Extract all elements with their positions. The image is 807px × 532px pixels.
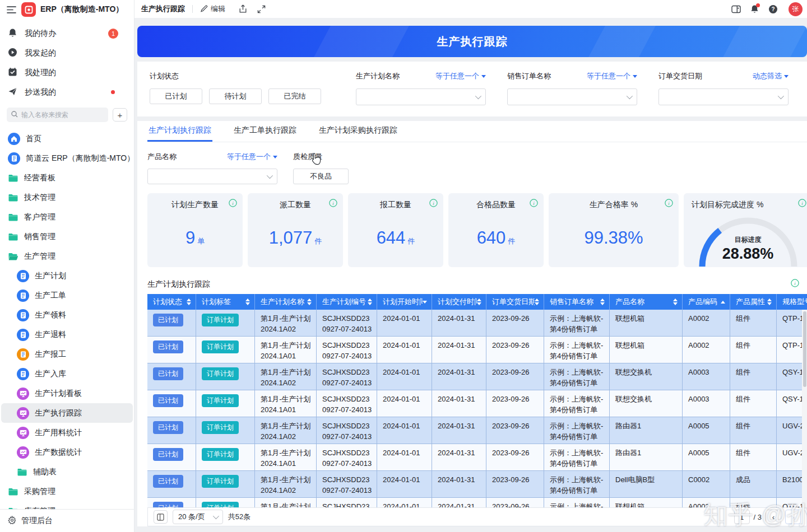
fullscreen-button[interactable]: [255, 3, 267, 15]
sidebar-item-12[interactable]: 生产入库: [1, 364, 133, 384]
column-header-10[interactable]: 产品属性: [730, 294, 777, 310]
sidebar-item-2[interactable]: 经营看板: [1, 168, 133, 188]
panel-toggle-button[interactable]: [730, 3, 742, 15]
sidebar-item-10[interactable]: 生产退料: [1, 325, 133, 344]
column-settings-button[interactable]: [154, 510, 168, 524]
status-filter-button-1[interactable]: 待计划: [209, 88, 262, 104]
column-header-4[interactable]: 计划开始时间: [377, 294, 432, 310]
filter-operator-dropdown[interactable]: 动态筛选: [753, 71, 789, 81]
sidebar-item-19[interactable]: 库存管理: [1, 501, 133, 509]
tab-0[interactable]: 生产计划执行跟踪: [147, 121, 212, 142]
search-input[interactable]: [21, 111, 83, 119]
next-page-button[interactable]: ›: [785, 510, 801, 524]
column-header-6[interactable]: 订单交货日期: [486, 294, 544, 310]
sidebar-item-7[interactable]: 生产计划: [1, 266, 133, 286]
table-row[interactable]: 已计划订单计划第1月-生产计划2024.1A02SCJHXSDD230927-0…: [147, 363, 807, 390]
info-icon[interactable]: i: [530, 199, 538, 209]
column-header-8[interactable]: 产品名称: [610, 294, 683, 310]
column-header-11[interactable]: 规格型号: [777, 294, 807, 310]
admin-backend-item[interactable]: 管理后台: [0, 509, 134, 532]
sort-icon[interactable]: [307, 298, 312, 305]
vertical-scrollbar[interactable]: [802, 310, 807, 507]
table-row[interactable]: 已计划订单计划第1月-生产计划2024.1A01SCJHXSDD230927-0…: [147, 337, 807, 363]
prev-page-button[interactable]: ‹: [766, 510, 781, 524]
sidebar-item-14[interactable]: 生产执行跟踪: [1, 403, 133, 423]
info-icon[interactable]: i: [798, 199, 806, 209]
column-header-9[interactable]: 产品编码: [683, 294, 730, 310]
sort-icon[interactable]: [767, 298, 772, 305]
hamburger-menu-icon[interactable]: [6, 4, 17, 15]
sidebar-item-13[interactable]: 生产计划看板: [1, 384, 133, 403]
column-header-2[interactable]: 生产计划名称: [255, 294, 317, 310]
sort-icon[interactable]: [535, 298, 539, 305]
edit-button[interactable]: 编辑: [200, 4, 225, 14]
help-button[interactable]: ?: [767, 3, 779, 15]
tab-1[interactable]: 生产工单执行跟踪: [233, 121, 298, 142]
sidebar-item-1[interactable]: 简道云 ERP（离散制造-MTO）...: [1, 148, 133, 168]
sidebar: ERP（离散制造-MTO） 我的待办1我发起的我处理的抄送我的 + 首页简道云 …: [0, 0, 134, 532]
sidebar-item-11[interactable]: 生产报工: [1, 344, 133, 364]
notifications-bell-icon[interactable]: [748, 3, 760, 15]
sort-icon[interactable]: [368, 298, 372, 305]
user-avatar[interactable]: 张: [789, 2, 803, 16]
order-name-select[interactable]: [507, 88, 637, 105]
tab-2[interactable]: 生产计划采购执行跟踪: [318, 121, 398, 142]
sidebar-item-3[interactable]: 技术管理: [1, 188, 133, 207]
sidebar-item-4[interactable]: 客户管理: [1, 207, 133, 227]
sort-icon[interactable]: [477, 298, 481, 305]
sort-icon[interactable]: [245, 298, 250, 305]
table-row[interactable]: 已计划订单计划第1月-生产计划2024.1A02SCJHXSDD230927-0…: [147, 417, 807, 444]
filter-operator-dropdown[interactable]: 等于任意一个: [227, 152, 277, 162]
defective-filter-button[interactable]: 不良品: [293, 169, 349, 184]
sort-icon[interactable]: [187, 298, 191, 305]
delivery-date-select[interactable]: [658, 88, 789, 105]
status-filter-button-0[interactable]: 已计划: [150, 88, 202, 104]
product-name-select[interactable]: [147, 169, 277, 184]
page-number-input[interactable]: 1: [734, 510, 750, 524]
table-row[interactable]: 已计划订单计划第1月-生产计划2024.1A01SCJHXSDD230927-0…: [147, 444, 807, 471]
sort-icon[interactable]: [423, 301, 427, 304]
add-button[interactable]: +: [113, 108, 127, 122]
filter-operator-dropdown[interactable]: 等于任意一个: [587, 71, 637, 81]
page-size-select[interactable]: 20 条/页: [173, 510, 223, 524]
column-header-7[interactable]: 销售订单名称: [544, 294, 610, 310]
table-cell: SCJHXSDD230927-07-240131-01: [317, 498, 377, 507]
sidebar-item-5[interactable]: 销售管理: [1, 227, 133, 246]
table-cell: 2023-09-26: [486, 310, 544, 337]
sidebar-item-9[interactable]: 生产领料: [1, 305, 133, 325]
sort-icon[interactable]: [600, 298, 605, 305]
column-header-3[interactable]: 生产计划编号: [317, 294, 377, 310]
scrollbar-thumb[interactable]: [803, 311, 806, 387]
table-row[interactable]: 已计划订单计划第1月-生产计划2024.1A02SCJHXSDD230927-0…: [147, 310, 807, 337]
info-icon[interactable]: i: [429, 199, 438, 209]
search-box[interactable]: [7, 108, 108, 122]
sidebar-item-16[interactable]: 生产数据统计: [1, 442, 133, 462]
quick-item-2[interactable]: 我处理的: [0, 63, 134, 82]
sort-icon[interactable]: [721, 301, 725, 304]
sidebar-item-8[interactable]: 生产工单: [1, 286, 133, 305]
column-header-5[interactable]: 计划交付时间: [432, 294, 486, 310]
quick-item-1[interactable]: 我发起的: [0, 43, 134, 63]
sort-icon[interactable]: [673, 298, 678, 305]
sidebar-item-6[interactable]: 生产管理: [1, 246, 133, 266]
filter-operator-dropdown[interactable]: 等于任意一个: [435, 71, 486, 81]
info-icon[interactable]: i: [665, 199, 673, 209]
table-row[interactable]: 已计划订单计划第1月-生产计划2024.1A01SCJHXSDD230927-0…: [147, 498, 807, 507]
info-icon[interactable]: i: [229, 199, 237, 209]
info-icon[interactable]: i: [329, 199, 337, 209]
column-header-1[interactable]: 计划标签: [196, 294, 255, 310]
table-row[interactable]: 已计划订单计划第1月-生产计划2024.1A02SCJHXSDD230927-0…: [147, 471, 807, 498]
app-logo-icon[interactable]: [21, 2, 36, 17]
quick-item-0[interactable]: 我的待办1: [0, 24, 134, 43]
sidebar-item-15[interactable]: 生产用料统计: [1, 423, 133, 442]
quick-item-3[interactable]: 抄送我的: [0, 82, 134, 102]
sidebar-item-18[interactable]: 采购管理: [1, 482, 133, 501]
table-row[interactable]: 已计划订单计划第1月-生产计划2024.1A01SCJHXSDD230927-0…: [147, 390, 807, 417]
plan-name-select[interactable]: [356, 88, 486, 105]
share-button[interactable]: [236, 3, 249, 15]
sidebar-item-0[interactable]: 首页: [1, 129, 133, 148]
info-icon[interactable]: i: [791, 279, 799, 290]
column-header-0[interactable]: 计划状态: [147, 294, 196, 310]
status-filter-button-2[interactable]: 已完结: [268, 88, 321, 104]
sidebar-item-17[interactable]: 辅助表: [1, 462, 133, 482]
